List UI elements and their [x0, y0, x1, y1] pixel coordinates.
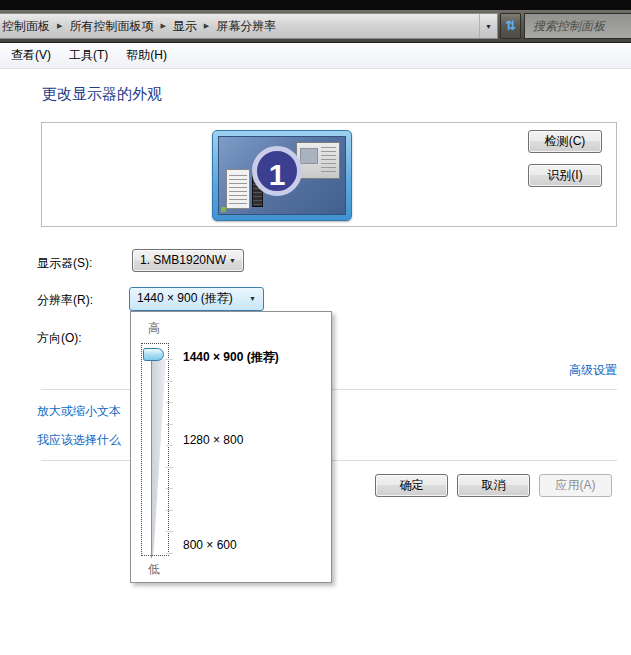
window-thumbnail-lines — [321, 147, 336, 175]
breadcrumb-item-display[interactable]: 显示 — [167, 18, 203, 35]
address-dropdown-icon[interactable]: ▼ — [479, 14, 497, 38]
search-box — [524, 13, 631, 39]
search-input[interactable] — [525, 14, 631, 38]
breadcrumb-item-screen-resolution[interactable]: 屏幕分辨率 — [210, 18, 282, 35]
detect-button[interactable]: 检测(C) — [528, 130, 602, 153]
chevron-down-icon: ▼ — [229, 250, 236, 271]
menu-bar: 查看(V) 工具(T) 帮助(H) — [0, 43, 631, 69]
page-title: 更改显示器的外观 — [42, 85, 162, 104]
resolution-combo-value: 1440 × 900 (推荐) — [137, 291, 233, 305]
orientation-label: 方向(O): — [37, 330, 82, 347]
refresh-button[interactable]: ⇅ — [500, 13, 521, 39]
resolution-slider-handle[interactable] — [143, 348, 164, 361]
menu-tools[interactable]: 工具(T) — [60, 43, 117, 68]
apply-button[interactable]: 应用(A) — [539, 474, 612, 497]
cancel-button[interactable]: 取消 — [457, 474, 530, 497]
resolution-label: 分辨率(R): — [37, 292, 93, 309]
breadcrumb-arrow-icon: ▶ — [203, 22, 210, 30]
slider-high-label: 高 — [148, 320, 160, 337]
window-thumbnail-pane — [300, 148, 318, 164]
slider-tick — [166, 488, 173, 489]
ok-button[interactable]: 确定 — [375, 474, 448, 497]
window-titlebar-edge — [0, 0, 631, 10]
slider-tick — [166, 381, 173, 382]
breadcrumb: 控制面板 ▶ 所有控制面板项 ▶ 显示 ▶ 屏幕分辨率 ▼ — [0, 13, 498, 39]
advanced-settings-link[interactable]: 高级设置 — [569, 362, 617, 379]
document-thumbnail-icon — [226, 169, 250, 209]
slider-tick — [166, 402, 173, 403]
breadcrumb-item-control-panel[interactable]: 控制面板 — [0, 18, 56, 35]
identify-button[interactable]: 识别(I) — [528, 164, 602, 187]
menu-view[interactable]: 查看(V) — [2, 43, 60, 68]
resolution-slider-track[interactable] — [151, 357, 152, 558]
slider-tick — [166, 553, 173, 554]
slider-tick — [166, 467, 173, 468]
resolution-combo[interactable]: 1440 × 900 (推荐) ▼ — [129, 287, 264, 311]
display-combo-value: 1. SMB1920NW — [140, 253, 226, 267]
menu-help[interactable]: 帮助(H) — [117, 43, 176, 68]
monitor-screen: 1 — [218, 136, 346, 215]
window-thumbnail-icon — [296, 142, 340, 179]
refresh-icon: ⇅ — [505, 18, 516, 33]
display-combo[interactable]: 1. SMB1920NW ▼ — [132, 249, 244, 272]
start-button-icon — [221, 207, 226, 212]
screen-resolution-window: 控制面板 ▶ 所有控制面板项 ▶ 显示 ▶ 屏幕分辨率 ▼ ⇅ 查看(V) 工具… — [0, 0, 631, 655]
resolution-option-1440x900[interactable]: 1440 × 900 (推荐) — [183, 349, 279, 366]
what-settings-link[interactable]: 我应该选择什么 — [37, 432, 121, 449]
monitor-preview[interactable]: 1 — [212, 130, 352, 221]
slider-tick — [166, 359, 173, 360]
address-bar: 控制面板 ▶ 所有控制面板项 ▶ 显示 ▶ 屏幕分辨率 ▼ ⇅ — [0, 10, 631, 43]
slider-tick — [166, 424, 173, 425]
breadcrumb-item-all-items[interactable]: 所有控制面板项 — [63, 18, 159, 35]
breadcrumb-arrow-icon: ▶ — [159, 22, 166, 30]
slider-tick — [166, 510, 173, 511]
breadcrumb-arrow-icon: ▶ — [56, 22, 63, 30]
slider-tick — [166, 445, 173, 446]
resolution-dropdown-panel: 高 1440 × 900 (推荐) 1280 × 800 800 × 600 低 — [130, 311, 332, 583]
slider-tick — [166, 531, 173, 532]
resolution-option-1280x800[interactable]: 1280 × 800 — [183, 433, 243, 447]
resolution-option-800x600[interactable]: 800 × 600 — [183, 538, 237, 552]
make-text-larger-link[interactable]: 放大或缩小文本 — [37, 403, 121, 420]
chevron-down-icon: ▼ — [249, 288, 256, 309]
slider-low-label: 低 — [148, 561, 160, 578]
monitor-number-badge: 1 — [252, 146, 302, 196]
display-label: 显示器(S): — [37, 255, 92, 272]
document-thumbnail-lines — [229, 172, 247, 206]
